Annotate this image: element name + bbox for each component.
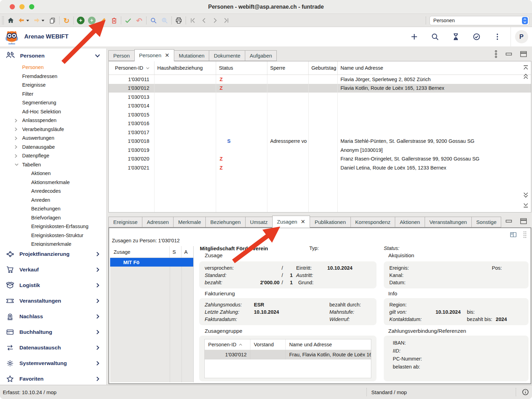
tab-ereignisse[interactable]: Ereignisse bbox=[108, 217, 142, 227]
next-record-icon[interactable] bbox=[211, 16, 219, 25]
sidebar-section-systemverwaltung[interactable]: Systemverwaltung bbox=[0, 355, 106, 371]
tab-umsatz[interactable]: Umsatz bbox=[245, 217, 272, 227]
kebab-menu-icon[interactable] bbox=[493, 33, 502, 41]
sidebar-item-personen[interactable]: Personen bbox=[0, 63, 106, 72]
sidebar-item-fremdadressen[interactable]: Fremdadressen bbox=[0, 72, 106, 81]
zusagengruppe-row-selected[interactable]: 1'030'012 Frau, Flavia Kotlin, Route de … bbox=[205, 350, 371, 359]
table-row[interactable]: 1'030'021ZDaniel Letina, Route de Loëx 1… bbox=[109, 163, 531, 172]
scroll-to-top-icon[interactable] bbox=[523, 65, 529, 70]
table-row[interactable]: 1'030'019Anonym [1030019] bbox=[109, 146, 531, 155]
panel-options-kebab-icon[interactable] bbox=[494, 50, 498, 58]
sidebar-item-auswertungen[interactable]: Auswertungen bbox=[0, 134, 106, 143]
panel-maximize-icon[interactable] bbox=[520, 51, 527, 58]
forward-button-group[interactable] bbox=[33, 17, 45, 24]
back-dropdown-caret[interactable] bbox=[26, 20, 29, 21]
sidebar-item-datenausgabe[interactable]: Datenausgabe bbox=[0, 143, 106, 152]
info-icon[interactable] bbox=[522, 388, 529, 396]
column-haushaltsbeziehung[interactable]: Haushaltsbeziehung bbox=[154, 61, 216, 75]
print-icon[interactable] bbox=[175, 16, 183, 25]
copy-icon[interactable] bbox=[48, 16, 56, 25]
tab-personen[interactable]: Personen✕ bbox=[134, 49, 175, 61]
tab-korrespondenz[interactable]: Korrespondenz bbox=[351, 217, 395, 227]
tab-person[interactable]: Person bbox=[108, 50, 134, 61]
sidebar-section-nachlass[interactable]: Nachlass bbox=[0, 309, 106, 324]
column-personen-id[interactable]: Personen-ID bbox=[205, 339, 250, 350]
panel-minimize-icon[interactable] bbox=[505, 51, 513, 57]
sidebar-section-logistik[interactable]: Logistik bbox=[0, 277, 106, 293]
sidebar-item-beziehungen[interactable]: Beziehungen bbox=[0, 205, 106, 214]
tab-publikationen[interactable]: Publikationen bbox=[310, 217, 350, 227]
check-circle-icon[interactable] bbox=[472, 33, 481, 41]
refresh-icon[interactable]: ↻ bbox=[62, 16, 71, 25]
table-row[interactable]: 1'030'018SAdresssperre voMaria Stehlé-Pü… bbox=[109, 137, 531, 146]
edit-pencil-icon[interactable] bbox=[99, 16, 107, 25]
forward-dropdown-caret[interactable] bbox=[42, 20, 44, 21]
drag-dots-icon[interactable] bbox=[523, 231, 527, 238]
sidebar-section-datenaustausch[interactable]: Datenaustausch bbox=[0, 340, 106, 355]
sidebar-item-aktionsmerkmale[interactable]: Aktionsmerkmale bbox=[0, 178, 106, 187]
table-row[interactable]: 1'030'017 bbox=[109, 128, 531, 137]
table-row[interactable]: 1'030'013 bbox=[109, 93, 531, 102]
column-status[interactable]: Status bbox=[216, 61, 267, 75]
sidebar-item-tabellen[interactable]: Tabellen bbox=[0, 161, 106, 170]
sidebar-item-anlassspenden[interactable]: Anlassspenden bbox=[0, 116, 106, 125]
page-up-icon[interactable] bbox=[523, 73, 529, 80]
delete-icon[interactable] bbox=[110, 16, 118, 25]
add-secondary-icon[interactable]: + bbox=[88, 16, 96, 25]
sidebar-item-briefvorlagen[interactable]: Briefvorlagen bbox=[0, 214, 106, 223]
zoom-window-button[interactable] bbox=[29, 4, 34, 9]
panel-maximize-icon[interactable] bbox=[520, 218, 527, 225]
sidebar-item-verarbeitungslaeufe[interactable]: Verarbeitungsläufe bbox=[0, 125, 106, 134]
sidebar-item-ereignismerkmale[interactable]: Ereignismerkmale bbox=[0, 240, 106, 246]
new-item-plus-icon[interactable] bbox=[410, 33, 418, 41]
table-row-selected[interactable]: 1'030'012ZFlavia Kotlin, Route de Loëx 1… bbox=[109, 84, 531, 93]
sidebar-item-ereignisse[interactable]: Ereignisse bbox=[0, 81, 106, 90]
tab-mutationen[interactable]: Mutationen bbox=[174, 50, 209, 61]
sidebar-section-favoriten[interactable]: Favoriten bbox=[0, 371, 106, 387]
column-a[interactable]: A bbox=[181, 246, 193, 258]
sidebar-section-veranstaltungen[interactable]: Veranstaltungen bbox=[0, 293, 106, 309]
sidebar-item-aktionen[interactable]: Aktionen bbox=[0, 169, 106, 178]
previous-record-icon[interactable] bbox=[200, 16, 208, 25]
column-personen-id[interactable]: Personen-ID bbox=[112, 61, 154, 75]
table-row[interactable]: 1'030'015 bbox=[109, 110, 531, 119]
sidebar-section-verkauf[interactable]: Verkauf bbox=[0, 262, 106, 277]
confirm-check-icon[interactable] bbox=[124, 16, 132, 25]
sidebar-section-projektfinanzierung[interactable]: Projektfinanzierung bbox=[0, 246, 106, 262]
close-icon[interactable]: ✕ bbox=[165, 52, 169, 59]
panel-minimize-icon[interactable] bbox=[505, 218, 513, 224]
tab-veranstaltungen[interactable]: Veranstaltungen bbox=[425, 217, 471, 227]
tab-merkmale[interactable]: Merkmale bbox=[173, 217, 205, 227]
page-down-icon[interactable] bbox=[523, 191, 529, 198]
sidebar-root-personen[interactable]: Personen bbox=[0, 49, 106, 63]
column-geburtstag[interactable]: Geburtstag bbox=[309, 61, 338, 75]
search-icon[interactable] bbox=[149, 16, 158, 25]
close-window-button[interactable] bbox=[10, 4, 15, 9]
tab-sonstige[interactable]: Sonstige bbox=[471, 217, 501, 227]
scroll-to-bottom-icon[interactable] bbox=[523, 202, 529, 208]
zusagen-list-row-selected[interactable]: MIT Fö bbox=[110, 258, 193, 267]
add-icon[interactable]: + bbox=[77, 16, 85, 25]
split-view-icon[interactable] bbox=[509, 231, 517, 238]
table-row[interactable]: 1'030'020ZFranz Rasen-Oringelet, St. Gal… bbox=[109, 155, 531, 164]
search-person-icon[interactable] bbox=[160, 16, 169, 25]
tab-aktionen[interactable]: Aktionen bbox=[395, 217, 424, 227]
column-name-adresse[interactable]: Name und Adresse bbox=[338, 61, 531, 75]
avatar[interactable]: P bbox=[515, 30, 528, 43]
toolbar-drag-handle[interactable] bbox=[2, 16, 4, 25]
table-row[interactable]: 1'030'011ZFlavia Jörger, Sperletweg 2, 8… bbox=[109, 75, 531, 84]
sidebar-item-datenpflege[interactable]: Datenpflege bbox=[0, 151, 106, 161]
close-icon[interactable]: ✕ bbox=[301, 218, 305, 225]
sidebar-item-filter[interactable]: Filter bbox=[0, 90, 106, 99]
column-vorstand[interactable]: Vorstand bbox=[250, 339, 286, 350]
back-button-group[interactable] bbox=[18, 17, 30, 24]
table-row[interactable]: 1'030'016 bbox=[109, 119, 531, 128]
sidebar-item-adhoc-selektion[interactable]: Ad-Hoc Selektion bbox=[0, 107, 106, 116]
tab-dokumente[interactable]: Dokumente bbox=[209, 50, 245, 61]
last-record-icon[interactable] bbox=[222, 16, 230, 25]
sidebar-item-segmentierung[interactable]: Segmentierung bbox=[0, 98, 106, 107]
sidebar-item-anredecodes[interactable]: Anredecodes bbox=[0, 187, 106, 196]
sidebar-item-ereigniskosten-erfassung[interactable]: Ereigniskosten-Erfassung bbox=[0, 222, 106, 231]
minimize-window-button[interactable] bbox=[19, 4, 25, 9]
dropdown-stepper-icon[interactable] bbox=[522, 17, 528, 24]
